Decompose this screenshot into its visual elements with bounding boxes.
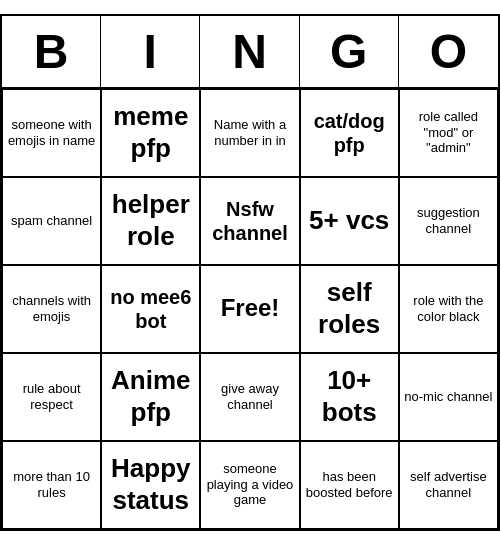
bingo-cell-23: has been boosted before <box>300 441 399 529</box>
bingo-cell-15: rule about respect <box>2 353 101 441</box>
bingo-cell-20: more than 10 rules <box>2 441 101 529</box>
bingo-card: BINGO someone with emojis in namememe pf… <box>0 14 500 531</box>
bingo-cell-18: 10+ bots <box>300 353 399 441</box>
bingo-cell-1: meme pfp <box>101 89 200 177</box>
bingo-letter: O <box>399 16 498 87</box>
bingo-cell-2: Name with a number in in <box>200 89 299 177</box>
bingo-grid: someone with emojis in namememe pfpName … <box>2 89 498 529</box>
bingo-cell-13: self roles <box>300 265 399 353</box>
bingo-letter: I <box>101 16 200 87</box>
bingo-letter: N <box>200 16 299 87</box>
bingo-cell-6: helper role <box>101 177 200 265</box>
bingo-cell-8: 5+ vcs <box>300 177 399 265</box>
bingo-cell-14: role with the color black <box>399 265 498 353</box>
bingo-cell-7: Nsfw channel <box>200 177 299 265</box>
bingo-cell-0: someone with emojis in name <box>2 89 101 177</box>
bingo-cell-5: spam channel <box>2 177 101 265</box>
bingo-header: BINGO <box>2 16 498 89</box>
bingo-cell-17: give away channel <box>200 353 299 441</box>
bingo-cell-4: role called "mod" or "admin" <box>399 89 498 177</box>
bingo-letter: G <box>300 16 399 87</box>
bingo-letter: B <box>2 16 101 87</box>
bingo-cell-11: no mee6 bot <box>101 265 200 353</box>
bingo-cell-16: Anime pfp <box>101 353 200 441</box>
bingo-cell-24: self advertise channel <box>399 441 498 529</box>
bingo-cell-9: suggestion channel <box>399 177 498 265</box>
bingo-cell-10: channels with emojis <box>2 265 101 353</box>
bingo-cell-12: Free! <box>200 265 299 353</box>
bingo-cell-21: Happy status <box>101 441 200 529</box>
bingo-cell-19: no-mic channel <box>399 353 498 441</box>
bingo-cell-3: cat/dog pfp <box>300 89 399 177</box>
bingo-cell-22: someone playing a video game <box>200 441 299 529</box>
